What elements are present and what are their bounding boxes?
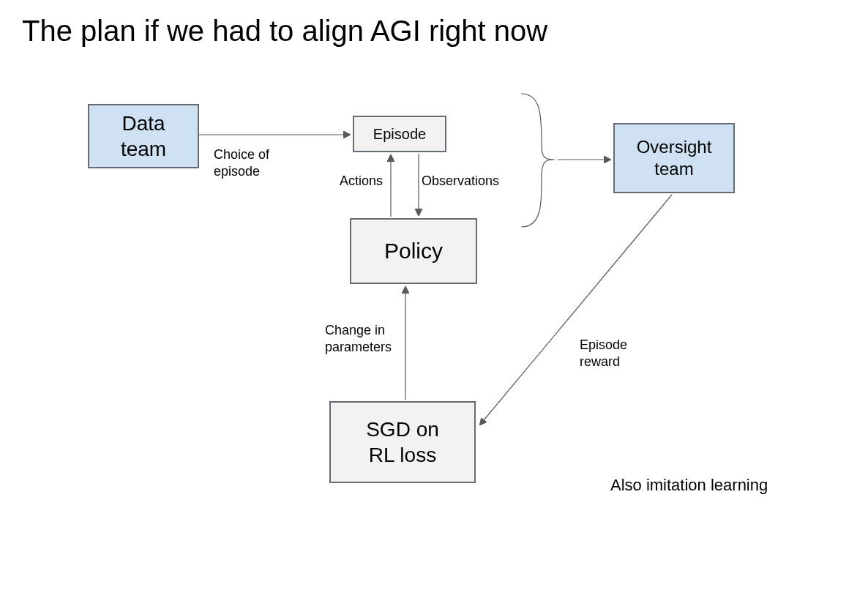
- diagram-connectors: [0, 0, 868, 590]
- label-observations: Observations: [422, 173, 499, 190]
- label-choice-of-episode: Choice of episode: [214, 146, 269, 179]
- box-policy: Policy: [350, 218, 477, 284]
- box-policy-label: Policy: [384, 237, 443, 265]
- brace-episode-policy: [521, 94, 555, 227]
- box-episode-label: Episode: [373, 125, 426, 143]
- box-data-team-label: Data team: [121, 111, 166, 162]
- label-episode-reward: Episode reward: [580, 337, 627, 370]
- box-sgd-label: SGD on RL loss: [366, 417, 439, 468]
- box-oversight-team: Oversight team: [613, 123, 735, 193]
- page-title: The plan if we had to align AGI right no…: [22, 15, 547, 48]
- label-change-in-parameters: Change in parameters: [325, 322, 392, 355]
- box-oversight-team-label: Oversight team: [637, 136, 712, 180]
- box-episode: Episode: [353, 116, 446, 152]
- arrow-oversight-sgd: [480, 195, 672, 425]
- box-data-team: Data team: [88, 104, 199, 168]
- footnote-imitation-learning: Also imitation learning: [610, 476, 768, 495]
- label-actions: Actions: [340, 173, 383, 190]
- box-sgd: SGD on RL loss: [329, 401, 476, 483]
